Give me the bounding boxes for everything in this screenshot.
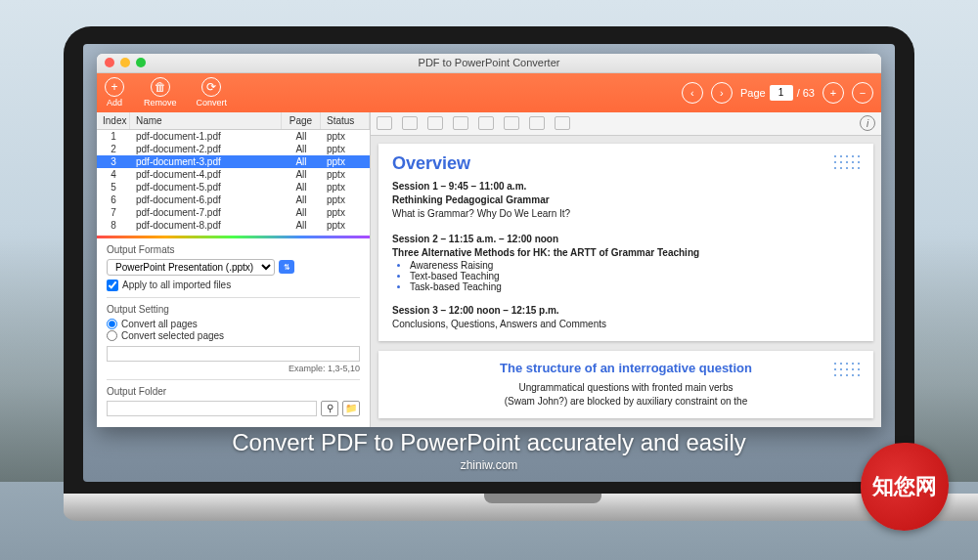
table-row[interactable]: 3pdf-document-3.pdfAllpptx [97, 155, 370, 168]
watermark-stamp: 知您网 [861, 443, 949, 531]
prev-page-button[interactable]: ‹ [682, 82, 703, 104]
crop-tool-icon[interactable] [427, 116, 443, 130]
page-range-input[interactable] [107, 346, 360, 362]
caption-sub: zhiniw.com [83, 458, 895, 472]
example-text: Example: 1,3-5,10 [107, 364, 360, 373]
slide-title: Overview [392, 153, 860, 174]
table-row[interactable]: 7pdf-document-7.pdfAllpptx [97, 206, 370, 219]
toolbar: + Add 🗑 Remove ⟳ Convert ‹ › [97, 73, 881, 112]
decorative-dots-icon [832, 153, 862, 173]
trash-icon: 🗑 [151, 77, 170, 97]
crop-tool-icon[interactable] [529, 116, 545, 130]
crop-tool-icon[interactable] [478, 116, 494, 130]
crop-tool-icon[interactable] [377, 116, 392, 130]
apply-all-checkbox[interactable] [107, 280, 118, 291]
col-index[interactable]: Index [97, 112, 130, 129]
convert-button[interactable]: ⟳ Convert [197, 77, 228, 108]
slide-title: The structure of an interrogative questi… [392, 361, 860, 375]
table-header: Index Name Page Status [97, 112, 370, 130]
crop-tool-icon[interactable] [453, 116, 468, 130]
page-input[interactable] [770, 85, 793, 101]
table-row[interactable]: 6pdf-document-6.pdfAllpptx [97, 194, 370, 206]
col-page[interactable]: Page [282, 112, 321, 129]
apply-all-label: Apply to all imported files [122, 280, 231, 290]
add-button[interactable]: + Add [105, 77, 124, 108]
format-options-button[interactable]: ⇅ [279, 260, 294, 274]
reveal-folder-button[interactable]: ⚲ [321, 401, 338, 416]
slide-preview: Overview Session 1 – 9:45 – 11:00 a.m. R… [378, 144, 873, 341]
browse-folder-button[interactable]: 📁 [342, 401, 360, 416]
table-row[interactable]: 5pdf-document-5.pdfAllpptx [97, 181, 370, 194]
zoom-in-button[interactable]: + [822, 82, 844, 104]
preview-toolbar: i [371, 112, 881, 136]
convert-selected-radio[interactable] [107, 330, 117, 341]
table-row[interactable]: 8pdf-document-8.pdfAllpptx [97, 219, 370, 232]
refresh-icon: ⟳ [201, 77, 221, 97]
minimize-button[interactable] [120, 58, 130, 67]
caption-main: Convert PDF to PowerPoint accurately and… [83, 429, 895, 456]
output-folder-input[interactable] [107, 401, 317, 416]
crop-tool-icon[interactable] [555, 116, 570, 130]
decorative-dots-icon [832, 361, 862, 380]
page-label: Page [740, 87, 766, 99]
fullscreen-button[interactable] [136, 58, 146, 67]
window-title: PDF to PowerPoint Converter [419, 57, 560, 68]
output-setting-title: Output Setting [107, 304, 360, 315]
crop-tool-icon[interactable] [504, 116, 519, 130]
preview-pane: i Overview Session 1 – 9:45 – 11:00 a.m.… [371, 112, 881, 427]
page-total: / 63 [797, 87, 815, 99]
col-status[interactable]: Status [321, 112, 370, 129]
left-pane: Index Name Page Status 1pdf-document-1.p… [97, 112, 371, 427]
convert-selected-label: Convert selected pages [121, 330, 224, 341]
plus-icon: + [105, 77, 124, 97]
output-folder-title: Output Folder [107, 386, 360, 397]
titlebar: PDF to PowerPoint Converter [97, 54, 881, 73]
app-window: PDF to PowerPoint Converter + Add 🗑 Remo… [97, 54, 881, 427]
crop-tool-icon[interactable] [402, 116, 418, 130]
output-formats-title: Output Formats [107, 244, 360, 255]
convert-all-label: Convert all pages [121, 319, 198, 329]
format-select[interactable]: PowerPoint Presentation (.pptx) [107, 259, 275, 276]
table-row[interactable]: 4pdf-document-4.pdfAllpptx [97, 168, 370, 181]
remove-button[interactable]: 🗑 Remove [144, 77, 177, 108]
next-page-button[interactable]: › [711, 82, 733, 104]
info-icon[interactable]: i [860, 115, 875, 131]
close-button[interactable] [105, 58, 114, 67]
col-name[interactable]: Name [130, 112, 282, 129]
caption: Convert PDF to PowerPoint accurately and… [83, 429, 895, 472]
table-row[interactable]: 2pdf-document-2.pdfAllpptx [97, 143, 370, 155]
zoom-out-button[interactable]: − [852, 82, 873, 104]
table-row[interactable]: 1pdf-document-1.pdfAllpptx [97, 130, 370, 143]
convert-all-radio[interactable] [107, 319, 117, 329]
slide-preview: The structure of an interrogative questi… [378, 351, 873, 418]
